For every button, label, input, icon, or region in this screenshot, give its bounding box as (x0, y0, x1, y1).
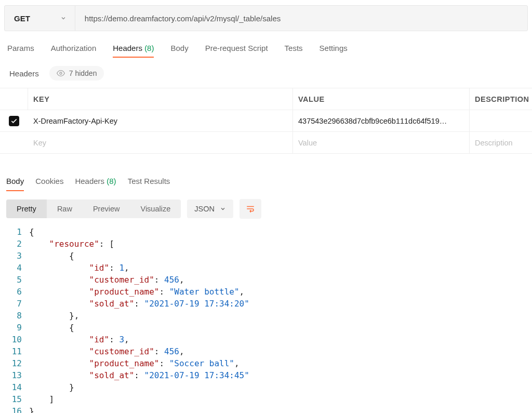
col-value: VALUE (293, 88, 470, 110)
resp-tab-cookies[interactable]: Cookies (35, 177, 63, 190)
resp-tab-test-results[interactable]: Test Results (128, 177, 170, 190)
view-mode-preview[interactable]: Preview (83, 199, 130, 218)
header-value-cell[interactable]: 437543e296638d7cbfb9ce6b111dc64f519… (293, 110, 470, 131)
response-format-select[interactable]: JSON (187, 199, 233, 218)
hidden-headers-label: 7 hidden (69, 69, 97, 77)
hidden-headers-toggle[interactable]: 7 hidden (49, 66, 104, 81)
eye-icon (57, 69, 65, 77)
tab-tests[interactable]: Tests (285, 44, 303, 57)
response-format-label: JSON (194, 205, 215, 213)
response-toolbar: Pretty Raw Preview Visualize JSON (0, 194, 532, 224)
wrap-lines-button[interactable] (240, 199, 261, 219)
request-tab-bar: Params Authorization Headers (8) Body Pr… (0, 31, 532, 62)
resp-tab-headers[interactable]: Headers (8) (75, 177, 116, 190)
chevron-down-icon (60, 15, 66, 21)
view-mode-raw[interactable]: Raw (47, 199, 83, 218)
new-header-key-input[interactable]: Key (28, 132, 293, 153)
headers-table-header: KEY VALUE DESCRIPTION (0, 88, 532, 110)
http-method-select[interactable]: GET (5, 6, 75, 31)
http-method-label: GET (14, 14, 30, 23)
check-icon (10, 117, 18, 125)
view-mode-group: Pretty Raw Preview Visualize (6, 199, 181, 218)
header-description-cell[interactable] (470, 110, 532, 131)
view-mode-pretty[interactable]: Pretty (6, 199, 47, 218)
response-body: 12345678910111213141516 { "resource": [ … (0, 224, 532, 413)
svg-point-0 (60, 72, 62, 74)
headers-subbar: Headers 7 hidden (0, 62, 532, 88)
header-key-cell[interactable]: X-DreamFactory-Api-Key (28, 110, 293, 131)
resp-tab-body[interactable]: Body (6, 177, 24, 190)
response-json-code[interactable]: { "resource": [ { "id": 1, "customer_id"… (29, 226, 249, 413)
request-bar: GET https://demo.dreamfactory.com/api/v2… (4, 5, 528, 31)
view-mode-visualize[interactable]: Visualize (130, 199, 181, 218)
headers-count-badge: (8) (144, 44, 154, 52)
tab-authorization[interactable]: Authorization (51, 44, 97, 57)
tab-body[interactable]: Body (170, 44, 188, 57)
request-url-input[interactable]: https://demo.dreamfactory.com/api/v2/mys… (75, 6, 527, 31)
wrap-icon (246, 204, 255, 214)
resp-headers-count-badge: (8) (107, 177, 116, 185)
request-url-text: https://demo.dreamfactory.com/api/v2/mys… (85, 14, 281, 23)
table-row-new: Key Value Description (0, 132, 532, 154)
col-description: DESCRIPTION (470, 88, 532, 110)
new-header-description-input[interactable]: Description (470, 132, 532, 153)
tab-settings[interactable]: Settings (320, 44, 348, 57)
row-enabled-checkbox[interactable] (9, 116, 19, 126)
chevron-down-icon (220, 206, 226, 212)
tab-params[interactable]: Params (7, 44, 34, 57)
headers-table: KEY VALUE DESCRIPTION X-DreamFactory-Api… (0, 88, 532, 154)
line-number-gutter: 12345678910111213141516 (0, 226, 29, 413)
response-tab-bar: Body Cookies Headers (8) Test Results (0, 154, 532, 194)
tab-pre-request-script[interactable]: Pre-request Script (205, 44, 268, 57)
table-row: X-DreamFactory-Api-Key 437543e296638d7cb… (0, 110, 532, 132)
new-header-value-input[interactable]: Value (293, 132, 470, 153)
headers-subbar-label: Headers (9, 69, 39, 78)
tab-headers[interactable]: Headers (8) (113, 44, 154, 57)
col-key: KEY (28, 88, 293, 110)
